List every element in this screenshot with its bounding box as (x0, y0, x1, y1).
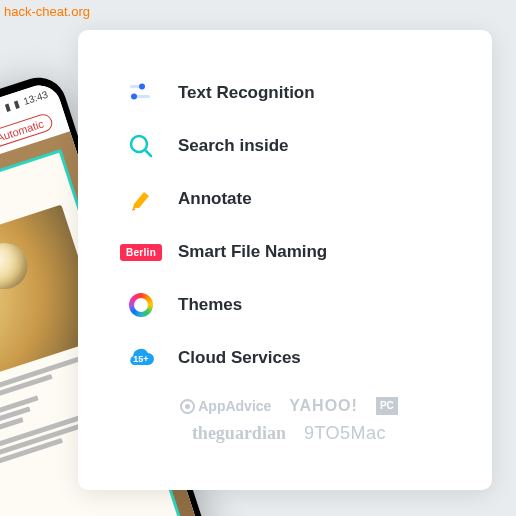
search-icon (126, 131, 156, 161)
logo-9to5mac: 9TO5Mac (304, 423, 386, 444)
berlin-badge-icon: Berlin (126, 237, 156, 267)
appadvice-mark-icon (180, 399, 195, 414)
status-time: 13:43 (22, 88, 49, 106)
wifi-icon: ▲ (0, 103, 2, 117)
highlighter-icon (126, 184, 156, 214)
svg-line-5 (145, 150, 151, 156)
feature-list: Text Recognition Search inside Annotate (126, 78, 452, 373)
mode-label: Automatic (0, 117, 45, 144)
feature-themes[interactable]: Themes (126, 290, 452, 320)
press-logos: AppAdvice YAHOO! PC theguardian 9TO5Mac (126, 397, 452, 444)
feature-label: Themes (178, 295, 242, 315)
badge-text: Berlin (120, 244, 162, 261)
watermark-text: hack-cheat.org (4, 4, 90, 19)
feature-card: Text Recognition Search inside Annotate (78, 30, 492, 490)
cloud-icon: 15+ (126, 343, 156, 373)
feature-smart-file-naming[interactable]: Berlin Smart File Naming (126, 237, 452, 267)
feature-label: Smart File Naming (178, 242, 327, 262)
press-row-1: AppAdvice YAHOO! PC (126, 397, 452, 415)
text-recognition-icon (126, 78, 156, 108)
feature-text-recognition[interactable]: Text Recognition (126, 78, 452, 108)
feature-label: Text Recognition (178, 83, 315, 103)
feature-label: Annotate (178, 189, 252, 209)
battery-icon: ▮ (12, 97, 21, 109)
svg-point-3 (131, 94, 137, 100)
logo-pcmag: PC (376, 397, 398, 415)
feature-cloud-services[interactable]: 15+ Cloud Services (126, 343, 452, 373)
logo-guardian: theguardian (192, 423, 286, 444)
signal-icon: ▮ (3, 100, 12, 112)
feature-annotate[interactable]: Annotate (126, 184, 452, 214)
feature-search-inside[interactable]: Search inside (126, 131, 452, 161)
cloud-count: 15+ (133, 354, 148, 364)
svg-point-1 (139, 84, 145, 90)
logo-appadvice: AppAdvice (180, 398, 271, 414)
themes-icon (126, 290, 156, 320)
press-row-2: theguardian 9TO5Mac (126, 423, 452, 444)
feature-label: Cloud Services (178, 348, 301, 368)
feature-label: Search inside (178, 136, 289, 156)
logo-yahoo: YAHOO! (289, 397, 358, 415)
